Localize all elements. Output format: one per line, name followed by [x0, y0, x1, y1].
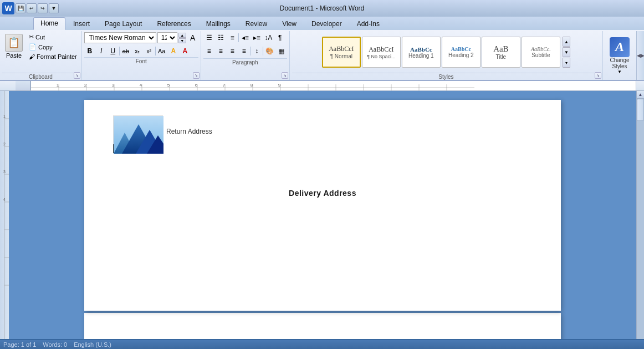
- status-bar: Page: 1 of 1 Words: 0 English (U.S.): [0, 339, 644, 349]
- justify-button[interactable]: ≡: [238, 45, 249, 57]
- align-right-button[interactable]: ≡: [227, 45, 238, 57]
- change-case-button[interactable]: Aa: [156, 45, 167, 57]
- styles-expand[interactable]: ↘: [595, 72, 601, 79]
- format-buttons-row: B I U ab x₂ x² Aa A A: [84, 45, 198, 57]
- increase-indent-button[interactable]: ▸≡: [251, 32, 262, 43]
- scroll-track[interactable]: [637, 99, 644, 341]
- svg-text:4: 4: [3, 198, 6, 201]
- vertical-scrollbar[interactable]: ▲ ▼: [636, 91, 644, 349]
- highlight-button[interactable]: A: [168, 45, 179, 57]
- show-formatting-button[interactable]: ¶: [274, 32, 285, 43]
- ruler: 1 2 3 4 5 6 7 8 9: [0, 81, 644, 91]
- style-scroll-expand[interactable]: ▾: [563, 58, 570, 68]
- font-color-button[interactable]: A: [180, 45, 191, 57]
- style-title[interactable]: AaB Title: [482, 37, 520, 68]
- clipboard-group: 📋 Paste ✂ Cut 📄 Copy 🖌 Format Painter: [0, 31, 82, 80]
- save-button[interactable]: 💾: [16, 3, 25, 13]
- svg-text:1: 1: [57, 83, 59, 88]
- svg-text:2: 2: [3, 142, 6, 146]
- strikethrough-button[interactable]: ab: [120, 45, 131, 57]
- divider1: [119, 47, 120, 55]
- style-scroll-buttons: ▲ ▼ ▾: [563, 37, 570, 68]
- svg-text:9: 9: [278, 83, 281, 88]
- clipboard-expand[interactable]: ↘: [74, 72, 80, 79]
- svg-text:3: 3: [112, 83, 115, 88]
- document-page-bottom: [84, 313, 561, 341]
- numbering-button[interactable]: ☷: [215, 32, 226, 43]
- align-left-button[interactable]: ≡: [203, 45, 214, 57]
- copy-icon: 📄: [29, 43, 37, 50]
- text-cursor: [113, 144, 114, 153]
- line-spacing-button[interactable]: ↕: [251, 45, 262, 57]
- clipboard-small-btns: ✂ Cut 📄 Copy 🖌 Format Painter: [27, 32, 79, 61]
- shading-button[interactable]: 🎨: [264, 45, 275, 57]
- paragraph-group: ☰ ☷ ≡ ◂≡ ▸≡ ↕A ¶ ≡ ≡ ≡ ≡ ↕ 🎨 ▦: [201, 31, 290, 80]
- style-normal[interactable]: AaBbCcI ¶ Normal: [322, 37, 361, 68]
- font-expand[interactable]: ↘: [193, 72, 200, 79]
- clear-formatting-btn[interactable]: A: [187, 32, 198, 43]
- align-center-button[interactable]: ≡: [215, 45, 226, 57]
- subscript-button[interactable]: x₂: [132, 45, 143, 57]
- ribbon-resize-handle[interactable]: ◀▶: [636, 31, 644, 80]
- font-size-select[interactable]: 12: [157, 32, 177, 43]
- page-indicator: Page: 1 of 1: [3, 341, 36, 348]
- multilevel-list-button[interactable]: ≡: [227, 32, 238, 43]
- paste-icon: 📋: [5, 34, 23, 52]
- copy-button[interactable]: 📄 Copy: [27, 42, 79, 52]
- paragraph-expand[interactable]: ↘: [282, 72, 288, 79]
- tab-developer[interactable]: Developer: [304, 18, 349, 30]
- tab-insert[interactable]: Insert: [66, 18, 97, 30]
- superscript-button[interactable]: x²: [144, 45, 155, 57]
- paste-button[interactable]: 📋 Paste: [2, 32, 25, 60]
- tab-view[interactable]: View: [275, 18, 304, 30]
- tab-review[interactable]: Review: [238, 18, 274, 30]
- paragraph-controls: ☰ ☷ ≡ ◂≡ ▸≡ ↕A ¶ ≡ ≡ ≡ ≡ ↕ 🎨 ▦: [203, 32, 287, 58]
- scroll-up-button[interactable]: ▲: [637, 91, 644, 99]
- document-area[interactable]: Return Address Delivery Address: [9, 91, 636, 349]
- ribbon: 📋 Paste ✂ Cut 📄 Copy 🖌 Format Painter: [0, 30, 644, 81]
- tab-home[interactable]: Home: [33, 17, 65, 30]
- style-subtitle[interactable]: AaBbCc. Subtitle: [522, 37, 560, 68]
- bullets-button[interactable]: ☰: [203, 32, 214, 43]
- style-heading1[interactable]: AaBbCc Heading 1: [402, 37, 441, 68]
- redo-button[interactable]: ↪: [38, 3, 48, 13]
- delivery-address[interactable]: Delivery Address: [289, 189, 356, 198]
- customize-btn[interactable]: ▼: [49, 3, 59, 13]
- font-size-increase[interactable]: ▲: [178, 33, 186, 38]
- font-size-btns: ▲ ▼: [178, 33, 186, 43]
- font-size-decrease[interactable]: ▼: [178, 38, 186, 43]
- return-address[interactable]: Return Address: [166, 128, 212, 135]
- style-scroll-down[interactable]: ▼: [563, 47, 570, 57]
- tab-page-layout[interactable]: Page Layout: [98, 18, 149, 30]
- format-painter-button[interactable]: 🖌 Format Painter: [27, 52, 79, 61]
- italic-button[interactable]: I: [96, 45, 107, 57]
- scroll-thumb[interactable]: [637, 99, 644, 121]
- bold-button[interactable]: B: [84, 45, 95, 57]
- svg-text:3: 3: [3, 170, 6, 174]
- style-scroll-up[interactable]: ▲: [563, 37, 570, 47]
- envelope-image[interactable]: [113, 115, 163, 153]
- svg-text:7: 7: [223, 83, 226, 88]
- borders-button[interactable]: ▦: [275, 45, 287, 57]
- tab-add-ins[interactable]: Add-Ins: [350, 18, 387, 30]
- tab-references[interactable]: References: [150, 18, 198, 30]
- style-heading2[interactable]: AaBbCc Heading 2: [442, 37, 481, 68]
- undo-button[interactable]: ↩: [27, 3, 37, 13]
- decrease-indent-button[interactable]: ◂≡: [239, 32, 251, 43]
- svg-rect-0: [31, 81, 636, 90]
- svg-text:1: 1: [3, 114, 6, 118]
- ruler-corner[interactable]: [16, 81, 30, 90]
- cut-button[interactable]: ✂ Cut: [27, 32, 79, 42]
- font-name-select[interactable]: Times New Roman: [84, 32, 156, 43]
- tab-mailings[interactable]: Mailings: [199, 18, 238, 30]
- para-align-row: ≡ ≡ ≡ ≡ ↕ 🎨 ▦: [203, 45, 287, 57]
- change-styles-button[interactable]: A Change Styles ▼: [603, 31, 636, 80]
- underline-button[interactable]: U: [108, 45, 119, 57]
- paragraph-group-label: Paragraph: [232, 59, 258, 65]
- svg-text:8: 8: [251, 83, 253, 88]
- paragraph-group-label-row: Paragraph: [203, 58, 287, 65]
- document-page[interactable]: Return Address Delivery Address: [84, 100, 561, 311]
- sort-button[interactable]: ↕A: [263, 32, 274, 43]
- style-no-spacing[interactable]: AaBbCcI ¶ No Spaci...: [362, 37, 401, 68]
- svg-text:6: 6: [195, 83, 198, 88]
